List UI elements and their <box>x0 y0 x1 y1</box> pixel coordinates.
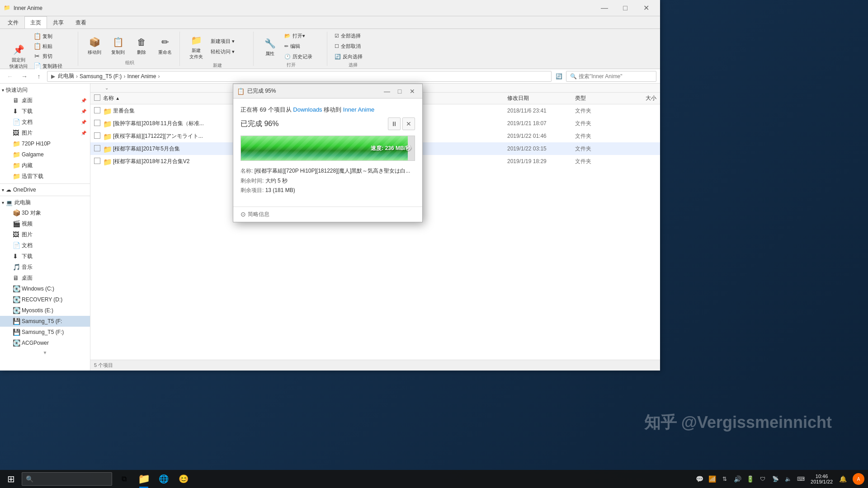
back-button[interactable]: ← <box>4 71 16 82</box>
sidebar-item-windows-c[interactable]: 💽 Windows (C:) <box>0 283 90 294</box>
sidebar-item-samsung-f1[interactable]: 💾 Samsung_T5 (F: <box>0 316 90 327</box>
tray-speaker-icon[interactable]: 🔈 <box>783 474 793 483</box>
rename-button[interactable]: ✏ 重命名 <box>154 33 176 57</box>
sidebar-item-internal[interactable]: 📁 内藏 <box>0 160 90 171</box>
tab-home[interactable]: 主页 <box>24 16 47 28</box>
tray-battery-icon[interactable]: 🔋 <box>745 474 755 483</box>
sidebar-item-samsung-f2[interactable]: 💾 Samsung_T5 (F:) <box>0 327 90 338</box>
sidebar-item-xunlei[interactable]: 📁 迅雷下载 <box>0 171 90 182</box>
edit-button[interactable]: ✏ 编辑 <box>283 42 323 51</box>
taskbar-app-chrome[interactable]: 🌐 <box>154 470 174 488</box>
tab-view[interactable]: 查看 <box>70 16 92 28</box>
sidebar-item-videos[interactable]: 🎬 视频 <box>0 218 90 229</box>
path-samsung[interactable]: Samsung_T5 (F:) <box>80 73 122 80</box>
checkbox-1[interactable] <box>94 107 100 113</box>
onedrive-header[interactable]: ▾ ☁ OneDrive <box>0 186 90 194</box>
tray-input-icon[interactable]: ⌨ <box>796 474 805 483</box>
tab-file[interactable]: 文件 <box>2 16 24 28</box>
sidebar-item-myosotis-e[interactable]: 💽 Myosotis (E:) <box>0 305 90 316</box>
forward-button[interactable]: → <box>18 71 31 82</box>
row-checkbox-4[interactable] <box>94 145 103 153</box>
properties-button[interactable]: 🔧 属性 <box>259 35 281 58</box>
sidebar-item-documents[interactable]: 📄 文档 📌 <box>0 117 90 127</box>
taskbar-app-face[interactable]: 😊 <box>174 470 193 488</box>
taskbar-app-explorer[interactable]: 📁 <box>134 470 154 488</box>
col-header-size[interactable]: 大小 <box>620 94 656 102</box>
sidebar-item-dsk[interactable]: 🖥 桌面 <box>0 272 90 283</box>
address-path[interactable]: ▶ 此电脑 › Samsung_T5 (F:) › Inner Anime › <box>47 71 552 82</box>
open-button[interactable]: 📂 打开▾ <box>283 32 323 40</box>
dialog-maximize-button[interactable]: □ <box>393 85 406 98</box>
dialog-close-button[interactable]: ✕ <box>406 85 419 98</box>
minimize-button[interactable]: — <box>594 0 615 16</box>
tab-share[interactable]: 共享 <box>47 16 70 28</box>
tray-volume-icon[interactable]: 🔊 <box>733 474 742 483</box>
tray-notification-icon[interactable]: 🔔 <box>838 474 847 483</box>
refresh-button[interactable]: 🔄 <box>553 71 564 82</box>
select-none-button[interactable]: ☐ 全部取消 <box>333 42 373 51</box>
subtitle-src[interactable]: Downloads <box>293 106 322 113</box>
sidebar-item-downloads[interactable]: ⬇ 下载 📌 <box>0 106 90 117</box>
quick-access-header[interactable]: ▾ 快速访问 <box>0 85 90 95</box>
pin-to-quick-access-button[interactable]: 📌 固定到快速访问 <box>7 41 30 71</box>
sidebar-item-music[interactable]: 🎵 音乐 <box>0 262 90 272</box>
invert-select-button[interactable]: 🔄 反向选择 <box>333 52 373 61</box>
android-icon[interactable]: A <box>853 473 864 485</box>
pause-button[interactable]: ⏸ <box>388 117 401 130</box>
sidebar-item-720p[interactable]: 📁 720P Hi10P <box>0 138 90 149</box>
checkbox-4[interactable] <box>94 145 100 151</box>
dialog-minimize-button[interactable]: — <box>381 85 393 98</box>
tray-chat-icon[interactable]: 💬 <box>695 474 704 483</box>
sidebar-item-galgame[interactable]: 📁 Galgame <box>0 149 90 160</box>
path-thispc[interactable]: 此电脑 <box>58 72 74 80</box>
move-to-button[interactable]: 📦 移动到 <box>84 33 105 57</box>
collapse-toggle[interactable]: ⊙ 简略信息 <box>233 206 422 222</box>
row-checkbox-1[interactable] <box>94 107 103 115</box>
sidebar-item-3dobjects[interactable]: 📦 3D 对象 <box>0 207 90 218</box>
select-all-button[interactable]: ☑ 全部选择 <box>333 32 373 40</box>
copy-to-button[interactable]: 📋 复制到 <box>107 33 129 57</box>
checkbox-3[interactable] <box>94 132 100 139</box>
close-button[interactable]: ✕ <box>636 0 656 16</box>
thispc-header[interactable]: ▾ 💻 此电脑 <box>0 198 90 207</box>
tray-clock[interactable]: 10:46 2019/1/22 <box>809 474 835 484</box>
copy-button[interactable]: 📋 复制 <box>32 32 74 41</box>
maximize-button[interactable]: □ <box>615 0 636 16</box>
up-button[interactable]: ↑ <box>33 71 45 82</box>
sidebar-item-pictures[interactable]: 🖼 图片 📌 <box>0 127 90 138</box>
subtitle-dst[interactable]: Inner Anime <box>343 106 374 113</box>
new-folder-button[interactable]: 📁 新建文件夹 <box>185 32 207 61</box>
row-checkbox-3[interactable] <box>94 132 103 140</box>
search-input[interactable] <box>579 73 652 80</box>
sidebar-item-recovery-d[interactable]: 💽 RECOVERY (D:) <box>0 294 90 305</box>
path-inneranime[interactable]: Inner Anime <box>127 73 156 80</box>
checkbox-5[interactable] <box>94 158 100 164</box>
sidebar-item-desktop[interactable]: 🖥 桌面 📌 <box>0 95 90 106</box>
start-button[interactable]: ⊞ <box>0 470 22 488</box>
row-checkbox-5[interactable] <box>94 158 103 165</box>
tray-network-icon[interactable]: 📶 <box>708 474 717 483</box>
taskview-button[interactable]: ⧉ <box>114 470 134 488</box>
tray-arrows-icon[interactable]: ⇅ <box>720 474 729 483</box>
sidebar-item-pics[interactable]: 🖼 图片 <box>0 229 90 240</box>
checkbox-2[interactable] <box>94 120 100 126</box>
delete-button[interactable]: 🗑 删除 <box>131 33 152 57</box>
new-item-button[interactable]: 新建项目 ▾ <box>209 37 250 46</box>
sidebar-item-acgpower[interactable]: 💽 ACGPower <box>0 338 90 348</box>
search-box[interactable]: 🔍 <box>566 71 656 82</box>
cut-button[interactable]: ✂ 剪切 <box>32 52 74 61</box>
easy-access-button[interactable]: 轻松访问 ▾ <box>209 47 250 56</box>
tray-wifi-icon[interactable]: 📡 <box>771 474 780 483</box>
taskbar-search-box[interactable]: 🔍 <box>22 472 112 486</box>
header-checkbox[interactable] <box>94 94 103 102</box>
tray-shield-icon[interactable]: 🛡 <box>758 474 767 483</box>
cancel-button[interactable]: ✕ <box>402 117 415 130</box>
col-header-type[interactable]: 类型 <box>575 94 620 102</box>
sidebar-item-docs[interactable]: 📄 文档 <box>0 240 90 251</box>
paste-button[interactable]: 📋 粘贴 <box>32 42 74 51</box>
row-checkbox-2[interactable] <box>94 120 103 127</box>
select-all-checkbox[interactable] <box>94 94 100 101</box>
col-header-date[interactable]: 修改日期 <box>507 94 575 102</box>
sidebar-item-dl[interactable]: ⬇ 下载 <box>0 251 90 262</box>
history-button[interactable]: 🕐 历史记录 <box>283 52 323 61</box>
